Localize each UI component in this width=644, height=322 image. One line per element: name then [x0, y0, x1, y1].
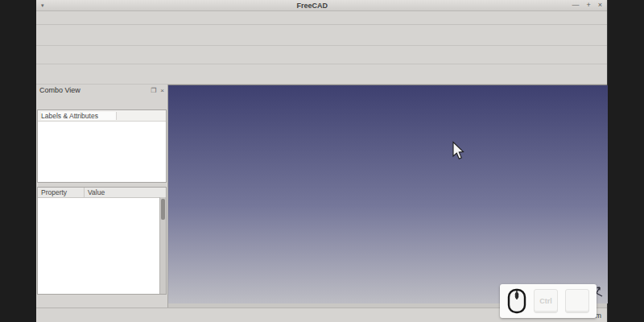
property-editor: Property Value: [37, 187, 167, 295]
window-title: FreeCAD: [52, 2, 572, 10]
menu-bar: [36, 11, 607, 25]
freecad-window: ▾ FreeCAD — + × Combo View ❐ × Labels & …: [36, 0, 608, 322]
value-column-header[interactable]: Value: [85, 188, 108, 197]
close-panel-icon[interactable]: ×: [160, 87, 164, 94]
combo-view-panel: Combo View ❐ × Labels & Attributes Prope…: [36, 85, 168, 308]
model-tree: [38, 122, 166, 182]
tree-column-header[interactable]: Labels & Attributes: [38, 110, 166, 122]
mouse-icon: [507, 288, 526, 314]
window-menu-icon[interactable]: ▾: [41, 2, 52, 9]
letterbox-left: [0, 0, 36, 322]
maximize-button[interactable]: +: [586, 2, 590, 9]
property-scrollbar[interactable]: [159, 197, 166, 294]
toolbar-file: [36, 25, 607, 46]
close-button[interactable]: ×: [598, 2, 602, 9]
combo-view-tabs: [36, 96, 167, 109]
viewport-background: [168, 85, 608, 303]
toolbar-view: [36, 46, 607, 64]
title-bar: ▾ FreeCAD — + ×: [36, 0, 607, 11]
minimize-button[interactable]: —: [572, 2, 579, 9]
view-data-tabs: [36, 295, 167, 308]
mouse-hint-overlay: Ctrl: [500, 284, 597, 318]
combo-view-title: Combo View: [39, 86, 80, 94]
ctrl-keycap: Ctrl: [534, 289, 558, 313]
property-column-header[interactable]: Property: [38, 188, 85, 197]
float-panel-icon[interactable]: ❐: [151, 87, 156, 94]
blank-keycap: [565, 289, 589, 313]
toolbar-assembly: [36, 64, 607, 85]
letterbox-right: [609, 0, 644, 322]
3d-viewport[interactable]: Ctrl: [168, 85, 607, 291]
